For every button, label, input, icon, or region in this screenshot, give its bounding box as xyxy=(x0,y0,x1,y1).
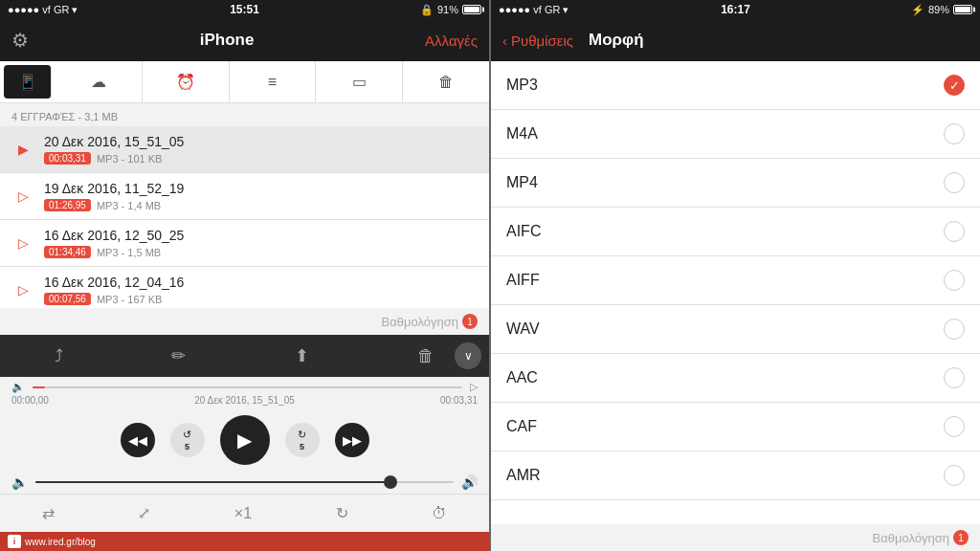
format-item-m4a[interactable]: M4A xyxy=(491,110,980,159)
recording-item[interactable]: ▷ 16 Δεκ 2016, 12_50_25 01:34,46 MP3 - 1… xyxy=(0,220,489,267)
changes-button[interactable]: Αλλαγές xyxy=(425,33,478,49)
format-label-aiff: AIFF xyxy=(506,272,540,289)
left-status-right: 🔒 91% xyxy=(420,4,481,16)
format-label-mp3: MP3 xyxy=(506,77,538,94)
right-rating-row: Βαθμολόγηση 1 xyxy=(491,524,980,551)
right-time: 16:17 xyxy=(721,3,750,16)
right-panel: ●●●●● vf GR ▾ 16:17 ⚡ 89% ‹ Ρυθμίσεις Μο… xyxy=(491,0,980,551)
radio-mp3[interactable]: ✓ xyxy=(944,75,965,96)
format-item-aifc[interactable]: AIFC xyxy=(491,208,980,256)
left-time: 15:51 xyxy=(230,3,259,16)
play-icon[interactable]: ▶ xyxy=(11,138,34,161)
recording-size: MP3 - 1,5 MB xyxy=(97,247,161,258)
recording-info: 20 Δεκ 2016, 15_51_05 00:03,31 MP3 - 101… xyxy=(44,134,478,165)
format-item-caf[interactable]: CAF xyxy=(491,403,980,452)
format-item-wav[interactable]: WAV xyxy=(491,305,980,354)
shuffle-icon[interactable]: ⇄ xyxy=(42,504,55,522)
right-nav-title: Μορφή xyxy=(589,31,644,50)
rewind-button[interactable]: ◀◀ xyxy=(121,423,155,457)
recording-info: 16 Δεκ 2016, 12_50_25 01:34,46 MP3 - 1,5… xyxy=(44,228,478,258)
recording-title: 20 Δεκ 2016, 15_51_05 xyxy=(44,134,478,149)
play-icon[interactable]: ▷ xyxy=(11,231,34,254)
left-nav-bar: ⚙ iPhone Αλλαγές xyxy=(0,19,489,61)
radio-m4a[interactable] xyxy=(944,123,965,144)
radio-aiff[interactable] xyxy=(944,270,965,291)
battery-icon xyxy=(462,5,481,14)
start-time: 00:00,00 xyxy=(11,395,49,406)
recording-item[interactable]: ▶ 20 Δεκ 2016, 15_51_05 00:03,31 MP3 - 1… xyxy=(0,126,489,173)
tab-phone[interactable]: 📱 xyxy=(4,65,52,99)
recording-title: 16 Δεκ 2016, 12_50_25 xyxy=(44,228,478,243)
radio-aifc[interactable] xyxy=(944,221,965,242)
bottom-bar: ⇄ ⤢ ×1 ↻ ⏱ xyxy=(0,494,489,532)
ired-icon: i xyxy=(8,535,21,548)
format-label-wav: WAV xyxy=(506,320,540,338)
volume-low-icon: 🔈 xyxy=(11,381,25,393)
lock-icon: 🔒 xyxy=(420,4,434,16)
back-chevron-icon: ‹ xyxy=(502,33,507,49)
right-battery-percent: 89% xyxy=(928,4,949,15)
radio-caf[interactable] xyxy=(944,416,965,437)
list-header: 4 ΕΓΓΡΑΦΈΣ - 3,1 MB xyxy=(0,103,489,126)
loop-icon[interactable]: ⤢ xyxy=(138,504,150,522)
format-item-aac[interactable]: AAC xyxy=(491,354,980,403)
delete-icon[interactable]: 🗑 xyxy=(417,346,434,366)
expand-button[interactable]: ∨ xyxy=(455,342,481,369)
edit-icon[interactable]: ✏ xyxy=(171,345,186,366)
format-item-amr[interactable]: AMR xyxy=(491,452,980,500)
filename-label: 20 Δεκ 2016, 15_51_05 xyxy=(194,395,295,406)
format-label-caf: CAF xyxy=(506,418,537,435)
tab-folder[interactable]: ▭ xyxy=(316,61,403,102)
speed-label[interactable]: ×1 xyxy=(234,505,252,522)
recording-info: 19 Δεκ 2016, 11_52_19 01:26,95 MP3 - 1,4… xyxy=(44,181,478,211)
recording-meta: 01:34,46 MP3 - 1,5 MB xyxy=(44,246,478,258)
rating-badge: 1 xyxy=(462,314,478,329)
progress-track[interactable] xyxy=(33,386,462,388)
forward-marker: ▷ xyxy=(470,381,478,393)
left-nav-title: iPhone xyxy=(200,31,255,50)
right-carrier-dots: ●●●●● vf GR ▾ xyxy=(499,4,568,16)
format-item-aiff[interactable]: AIFF xyxy=(491,256,980,305)
timer-icon[interactable]: ⏱ xyxy=(432,505,447,522)
volume-track[interactable] xyxy=(35,481,454,483)
share-icon[interactable]: ⤴ xyxy=(55,346,63,366)
settings-icon[interactable]: ⚙ xyxy=(11,29,29,52)
format-label-mp4: MP4 xyxy=(506,174,538,191)
tab-alarm[interactable]: ⏰ xyxy=(143,61,230,102)
recording-item[interactable]: ▷ 16 Δεκ 2016, 12_04_16 00:07,56 MP3 - 1… xyxy=(0,267,489,308)
format-item-mp4[interactable]: MP4 xyxy=(491,159,980,208)
play-pause-button[interactable]: ▶ xyxy=(220,415,270,465)
back5-button[interactable]: ↺ 5 xyxy=(170,423,205,457)
player-controls: ◀◀ ↺ 5 ▶ ↻ 5 ▶▶ xyxy=(0,408,489,471)
recordings-list: ▶ 20 Δεκ 2016, 15_51_05 00:03,31 MP3 - 1… xyxy=(0,126,489,308)
radio-aac[interactable] xyxy=(944,367,965,388)
recording-size: MP3 - 1,4 MB xyxy=(97,200,161,211)
fastfwd-button[interactable]: ▶▶ xyxy=(335,423,369,457)
tab-cloud[interactable]: ☁ xyxy=(56,61,143,102)
right-status-right: ⚡ 89% xyxy=(911,4,972,16)
recording-title: 16 Δεκ 2016, 12_04_16 xyxy=(44,275,478,290)
radio-amr[interactable] xyxy=(944,465,965,486)
recording-item[interactable]: ▷ 19 Δεκ 2016, 11_52_19 01:26,95 MP3 - 1… xyxy=(0,173,489,220)
fwd5-button[interactable]: ↻ 5 xyxy=(285,423,320,457)
recording-info: 16 Δεκ 2016, 12_04_16 00:07,56 MP3 - 167… xyxy=(44,275,478,305)
ired-url: www.ired.gr/blog xyxy=(25,537,96,547)
left-panel: ●●●●● vf GR ▾ 15:51 🔒 91% ⚙ iPhone Αλλαγ… xyxy=(0,0,489,551)
recording-size: MP3 - 167 KB xyxy=(97,294,162,305)
back-button[interactable]: ‹ Ρυθμίσεις xyxy=(502,33,573,49)
duration-badge: 00:03,31 xyxy=(44,152,91,165)
tab-list[interactable]: ≡ xyxy=(230,61,317,102)
play-icon[interactable]: ▷ xyxy=(11,278,34,301)
right-rating-badge: 1 xyxy=(953,530,969,545)
radio-wav[interactable] xyxy=(944,319,965,340)
format-label-aifc: AIFC xyxy=(506,223,541,240)
repeat-icon[interactable]: ↻ xyxy=(336,504,348,522)
left-status-bar: ●●●●● vf GR ▾ 15:51 🔒 91% xyxy=(0,0,489,19)
duration-badge: 00:07,56 xyxy=(44,293,91,305)
radio-mp4[interactable] xyxy=(944,172,965,193)
volume-thumb[interactable] xyxy=(384,475,397,489)
tab-trash[interactable]: 🗑 xyxy=(403,61,489,102)
format-item-mp3[interactable]: MP3 ✓ xyxy=(491,61,980,110)
play-icon[interactable]: ▷ xyxy=(11,185,34,208)
export-icon[interactable]: ⬆ xyxy=(295,345,309,366)
